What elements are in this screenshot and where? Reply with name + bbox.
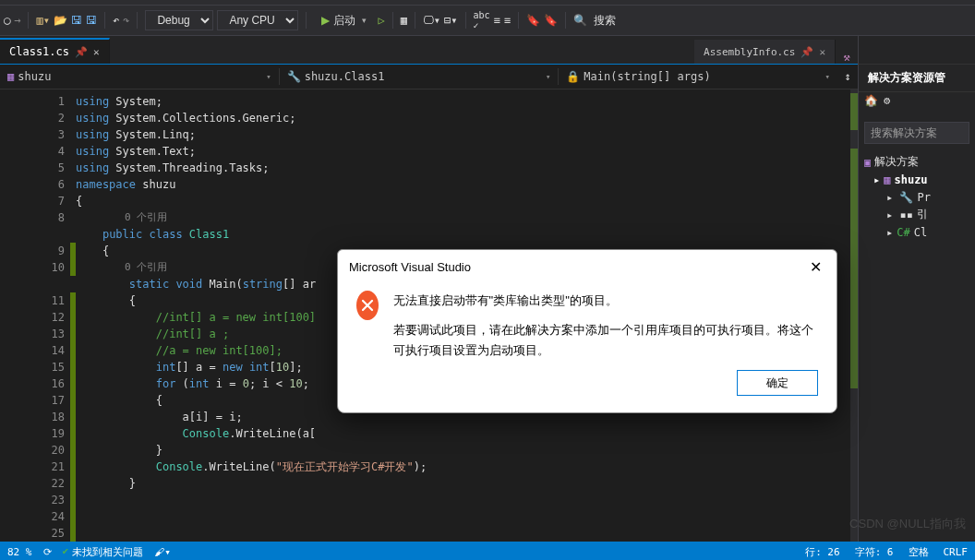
open-icon[interactable]: 📂	[54, 14, 67, 27]
close-icon[interactable]: ✕	[819, 46, 825, 58]
dialog-message: 无法直接启动带有"类库输出类型"的项目。 若要调试此项目，请在此解决方案中添加一…	[393, 291, 818, 361]
main-toolbar: ◯ → ▥▾ 📂 🖫 🖫 ↶ ↷ Debug Any CPU ▶启动▾ ▷ ▦ …	[0, 6, 975, 36]
crumb-member[interactable]: 🔒Main(string[] args)▾	[559, 65, 837, 89]
home-icon[interactable]: 🏠	[864, 94, 878, 114]
tab-label: AssemblyInfo.cs	[704, 46, 795, 58]
nav-fwd-icon[interactable]: →	[14, 14, 20, 27]
solution-explorer: 解决方案资源管 🏠 ⚙ 搜索解决方案 ▣解决方案 ▸ ▦shuzu ▸ 🔧 Pr…	[858, 36, 975, 542]
tree-solution-root[interactable]: ▣解决方案	[861, 153, 973, 171]
issues-status[interactable]: ✔未找到相关问题	[63, 545, 144, 559]
tab-class1[interactable]: Class1.cs 📌 ✕	[0, 38, 110, 64]
window-icon[interactable]: ⊟▾	[444, 14, 457, 27]
dialog-ok-button[interactable]: 确定	[737, 370, 818, 396]
watermark: CSDN @NULL指向我	[849, 516, 966, 532]
tab-assemblyinfo[interactable]: AssemblyInfo.cs 📌 ✕	[694, 40, 836, 64]
brush-icon[interactable]: 🖌▾	[154, 546, 171, 558]
tab-label: Class1.cs	[9, 45, 69, 58]
solution-search[interactable]: 搜索解决方案	[864, 122, 969, 144]
comment-icon[interactable]: ≡	[494, 14, 500, 27]
save-all-icon[interactable]: 🖫	[86, 14, 97, 27]
crumb-class[interactable]: 🔧shuzu.Class1▾	[280, 65, 559, 89]
bookmark-icon[interactable]: 🔖	[526, 14, 540, 27]
status-eol[interactable]: CRLF	[944, 546, 969, 558]
dialog-title-text: Microsoft Visual Studio	[349, 260, 471, 274]
platform-select[interactable]: Any CPU	[217, 10, 298, 30]
status-line[interactable]: 行: 26	[805, 545, 840, 559]
start-button[interactable]: ▶启动▾	[314, 10, 374, 30]
pin-icon[interactable]: 📌	[800, 46, 813, 58]
tree-class-file[interactable]: ▸ C# Cl	[861, 223, 973, 241]
error-dialog: Microsoft Visual Studio ✕ 无法直接启动带有"类库输出类…	[337, 249, 837, 413]
document-tabbar: Class1.cs 📌 ✕ AssemblyInfo.cs 📌 ✕ ⚒	[0, 36, 858, 65]
overview-ruler[interactable]	[850, 89, 858, 542]
search-icon[interactable]: 🔍 搜索	[573, 13, 616, 29]
config-select[interactable]: Debug	[145, 10, 213, 30]
pin-icon[interactable]: 📌	[75, 46, 88, 58]
status-bar: 82 % ⟳ ✔未找到相关问题 🖌▾ 行: 26 字符: 6 空格 CRLF	[0, 542, 975, 560]
save-icon[interactable]: 🖫	[71, 14, 82, 27]
status-indent[interactable]: 空格	[909, 545, 929, 559]
crumb-project[interactable]: ▦shuzu▾	[0, 65, 279, 89]
tree-project[interactable]: ▸ ▦shuzu	[861, 171, 973, 188]
solution-title: 解决方案资源管	[859, 65, 975, 92]
solution-tree[interactable]: ▣解决方案 ▸ ▦shuzu ▸ 🔧 Pr ▸ ▪▪ 引 ▸ C# Cl	[859, 149, 975, 244]
side-tab-strip	[859, 36, 975, 65]
nav-back-icon[interactable]: ◯	[4, 14, 10, 27]
abc-icon[interactable]: abc✓	[474, 10, 490, 30]
tree-references[interactable]: ▸ ▪▪ 引	[861, 206, 973, 223]
bookmark2-icon[interactable]: 🔖	[544, 14, 558, 27]
zoom-level[interactable]: 82 %	[7, 546, 32, 558]
tool-icon[interactable]: ▦	[401, 14, 407, 27]
status-ext-icon[interactable]: ⟳	[43, 546, 52, 558]
undo-icon[interactable]: ↶	[113, 14, 119, 27]
uncomment-icon[interactable]: ≡	[504, 14, 511, 27]
breadcrumb: ▦shuzu▾ 🔧shuzu.Class1▾ 🔒Main(string[] ar…	[0, 65, 858, 89]
error-icon	[356, 291, 379, 320]
start-no-debug-icon[interactable]: ▷	[378, 14, 384, 27]
tree-properties[interactable]: ▸ 🔧 Pr	[861, 188, 973, 206]
new-file-icon[interactable]: ▥▾	[36, 14, 49, 27]
redo-icon[interactable]: ↷	[123, 14, 129, 27]
screen-icon[interactable]: 🖵▾	[423, 14, 440, 27]
tool-icon[interactable]: ⚙	[884, 94, 890, 114]
close-icon[interactable]: ✕	[93, 46, 100, 58]
line-gutter: 12345678 910 111213141516171819202122232…	[0, 89, 70, 542]
split-icon[interactable]: ↕	[837, 70, 858, 83]
status-col[interactable]: 字符: 6	[855, 545, 894, 559]
dialog-close-button[interactable]: ✕	[806, 255, 825, 280]
toolbox-icon[interactable]: ⚒	[836, 51, 858, 64]
